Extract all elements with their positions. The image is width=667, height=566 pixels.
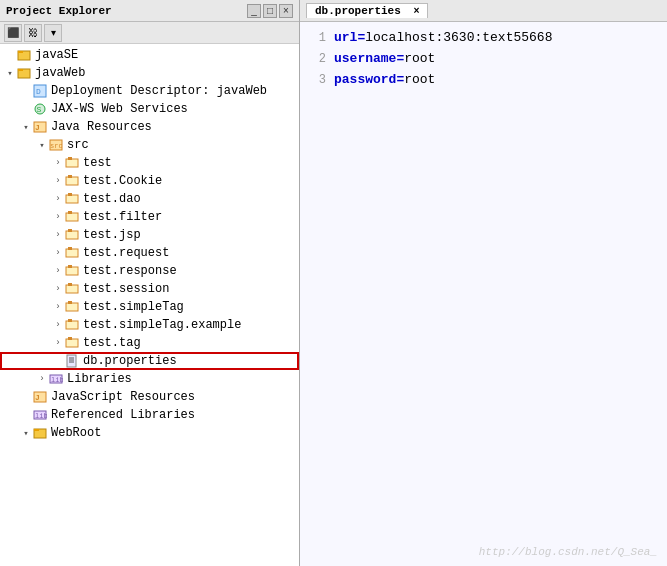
tree-item-dbProperties[interactable]: db.properties [0,352,299,370]
tree-item-refLib[interactable]: libReferenced Libraries [0,406,299,424]
tree-icon-pkg [64,282,80,296]
tree-item-deployDesc[interactable]: DDeployment Descriptor: javaWeb [0,82,299,100]
svg-rect-15 [68,175,72,178]
tree-item-label: JAX-WS Web Services [51,102,188,116]
line-value: root [404,51,435,66]
tree-icon-project [16,48,32,62]
editor-line: 1url=localhost:3630:text55668 [308,28,659,49]
line-content: username=root [334,49,435,70]
tree-arrow: › [52,302,64,312]
svg-rect-3 [18,69,23,71]
tree-item-label: test [83,156,112,170]
tree-item-testCookie[interactable]: ›test.Cookie [0,172,299,190]
tree-item-src[interactable]: ▾srcsrc [0,136,299,154]
tree-item-label: Java Resources [51,120,152,134]
tree-icon-service: S [32,102,48,116]
tree-icon-pkg [64,300,80,314]
svg-rect-27 [68,283,72,286]
view-menu-button[interactable]: ▾ [44,24,62,42]
svg-rect-28 [66,303,78,311]
line-key: url= [334,30,365,45]
editor-tab-label: db.properties [315,5,401,17]
svg-rect-24 [66,267,78,275]
tree-item-javaSE[interactable]: javaSE [0,46,299,64]
svg-rect-1 [18,51,23,53]
minimize-button[interactable]: _ [247,4,261,18]
tree-item-testSession[interactable]: ›test.session [0,280,299,298]
project-tree[interactable]: javaSE▾javaWebDDeployment Descriptor: ja… [0,44,299,566]
svg-text:J: J [35,123,40,132]
tree-icon-lib: lib [48,372,64,386]
tree-icon-project [32,426,48,440]
collapse-all-button[interactable]: ⬛ [4,24,22,42]
editor-line: 3password=root [308,70,659,91]
tree-item-testRequest[interactable]: ›test.request [0,244,299,262]
tree-item-webRoot[interactable]: ▾WebRoot [0,424,299,442]
tree-arrow: › [52,284,64,294]
editor-content: 1url=localhost:3630:text556682username=r… [300,22,667,566]
tree-item-javaWeb[interactable]: ▾javaWeb [0,64,299,82]
svg-rect-31 [68,319,72,322]
tree-item-testJsp[interactable]: ›test.jsp [0,226,299,244]
tree-item-jaxWs[interactable]: SJAX-WS Web Services [0,100,299,118]
tree-item-testFilter[interactable]: ›test.filter [0,208,299,226]
line-value: localhost:3630:text55668 [365,30,552,45]
tree-item-label: test.simpleTag [83,300,184,314]
svg-rect-17 [68,193,72,196]
tree-item-label: test.response [83,264,177,278]
tree-item-label: test.tag [83,336,141,350]
tree-item-testResponse[interactable]: ›test.response [0,262,299,280]
tree-icon-javaRes: J [32,390,48,404]
maximize-button[interactable]: □ [263,4,277,18]
svg-text:src: src [50,142,63,150]
svg-rect-29 [68,301,72,304]
tree-item-label: test.Cookie [83,174,162,188]
tree-item-javaRes[interactable]: ▾JJava Resources [0,118,299,136]
tree-icon-pkg [64,264,80,278]
tree-item-label: test.dao [83,192,141,206]
tree-item-label: test.jsp [83,228,141,242]
tree-arrow: › [52,266,64,276]
tree-icon-pkg [64,210,80,224]
editor-tab[interactable]: db.properties × [306,3,428,18]
svg-text:D: D [36,87,41,96]
tree-item-label: JavaScript Resources [51,390,195,404]
tree-icon-pkg [64,318,80,332]
tree-arrow: ▾ [36,140,48,151]
line-key: password= [334,72,404,87]
project-explorer-panel: Project Explorer _ □ × ⬛ ⛓ ▾ javaSE▾java… [0,0,300,566]
tree-arrow: ▾ [20,122,32,133]
tree-item-testTag[interactable]: ›test.tag [0,334,299,352]
tree-item-testSimpleTagEx[interactable]: ›test.simpleTag.example [0,316,299,334]
tree-icon-pkg [64,174,80,188]
tree-icon-pkg [64,192,80,206]
svg-rect-25 [68,265,72,268]
line-number: 3 [308,71,326,90]
tree-arrow: › [52,248,64,258]
tree-arrow: ▾ [4,68,16,79]
svg-rect-12 [66,159,78,167]
tree-item-libraries[interactable]: ›libLibraries [0,370,299,388]
tree-arrow: › [52,320,64,330]
link-with-editor-button[interactable]: ⛓ [24,24,42,42]
tree-item-test[interactable]: ›test [0,154,299,172]
svg-rect-21 [68,229,72,232]
line-content: url=localhost:3630:text55668 [334,28,552,49]
svg-rect-22 [66,249,78,257]
line-content: password=root [334,70,435,91]
panel-header: Project Explorer _ □ × [0,0,299,22]
tree-item-label: javaWeb [35,66,85,80]
close-button[interactable]: × [279,4,293,18]
tree-item-jsRes[interactable]: JJavaScript Resources [0,388,299,406]
tree-item-label: test.request [83,246,169,260]
line-number: 2 [308,50,326,69]
line-value: root [404,72,435,87]
tree-item-label: db.properties [83,354,177,368]
tree-arrow: › [36,374,48,384]
tree-item-testDao[interactable]: ›test.dao [0,190,299,208]
tree-item-testSimpleTag[interactable]: ›test.simpleTag [0,298,299,316]
svg-rect-14 [66,177,78,185]
svg-rect-19 [68,211,72,214]
tree-icon-props [64,354,80,368]
close-tab-icon[interactable]: × [413,6,419,17]
